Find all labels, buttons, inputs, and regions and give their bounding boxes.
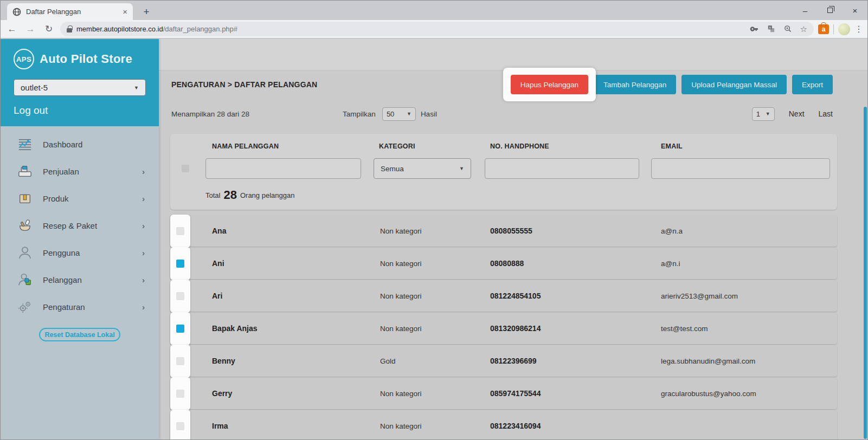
sidebar-item-dashboard[interactable]: Dashboard › [1, 131, 159, 158]
extension-icon[interactable]: a [818, 24, 829, 34]
tambah-pelanggan-button[interactable]: Tambah Pelanggan [594, 75, 676, 94]
back-icon[interactable]: ← [5, 24, 19, 35]
gears-icon [17, 299, 33, 314]
sidebar: APS Auto Pilot Store outlet-5 ▼ Log out … [1, 39, 159, 439]
action-buttons: Hapus Pelanggan Tambah Pelanggan Upload … [511, 75, 833, 94]
name-filter-input[interactable] [205, 158, 361, 179]
sidebar-item-pengguna[interactable]: Pengguna › [1, 239, 159, 266]
box-icon [17, 191, 33, 206]
sidebar-menu: Dashboard › Penjualan › Produk › Resep &… [1, 126, 159, 320]
minimize-button[interactable]: – [793, 1, 818, 20]
phone-filter-input[interactable] [485, 158, 639, 179]
user-icon [17, 245, 33, 260]
sidebar-header: APS Auto Pilot Store outlet-5 ▼ Log out [1, 39, 159, 126]
table-row[interactable]: Gerry Non kategori 085974175544 gracular… [170, 378, 837, 409]
restore-button[interactable] [818, 1, 843, 20]
customer-name: Gerry [212, 389, 232, 398]
zoom-icon[interactable] [783, 24, 793, 34]
row-checkbox[interactable] [176, 325, 184, 333]
customer-phone: 081223416094 [490, 422, 541, 430]
table-row[interactable]: Bapak Anjas Non kategori 081320986214 te… [170, 313, 837, 344]
customer-email: arieriv2513@gmail.com [661, 292, 738, 300]
outlet-select[interactable]: outlet-5 ▼ [14, 79, 146, 96]
cash-register-icon [17, 164, 33, 179]
new-tab-button[interactable]: + [139, 5, 153, 19]
customer-email: a@n.i [661, 260, 680, 268]
email-filter-input[interactable] [651, 158, 830, 179]
customer-phone: 081224854105 [490, 292, 541, 300]
row-checkbox-cell [170, 312, 190, 345]
customer-email: test@test.com [661, 325, 708, 333]
restore-icon [827, 8, 833, 13]
customer-name: Bapak Anjas [212, 324, 258, 333]
chevron-right-icon: › [142, 275, 145, 284]
password-key-icon[interactable] [750, 24, 759, 34]
browser-menu-icon[interactable]: ⋮ [854, 24, 863, 34]
upload-pelanggan-massal-button[interactable]: Upload Pelanggan Massal [681, 75, 787, 94]
chevron-right-icon: › [142, 194, 145, 203]
page-scrollbar[interactable] [864, 107, 867, 439]
page-size-select[interactable]: 50 ▼ [382, 107, 416, 121]
reload-icon[interactable]: ↻ [42, 23, 56, 35]
hapus-pelanggan-button[interactable]: Hapus Pelanggan [511, 75, 588, 94]
table-row[interactable]: Ari Non kategori 081224854105 arieriv251… [170, 280, 837, 312]
browser-titlebar: Daftar Pelanggan × + – × [1, 1, 867, 20]
total-count: 28 [223, 188, 236, 202]
customer-name: Irma [212, 422, 228, 430]
next-page-link[interactable]: Next [789, 109, 805, 118]
category-filter-select[interactable]: Semua ▼ [374, 158, 471, 179]
chevron-right-icon: › [142, 302, 145, 312]
mortar-pestle-icon [17, 218, 33, 233]
translate-icon[interactable]: A [767, 24, 776, 34]
sidebar-item-resep-paket[interactable]: Resep & Paket › [1, 212, 159, 239]
tab-close-icon[interactable]: × [123, 7, 127, 16]
sidebar-item-penjualan[interactable]: Penjualan › [1, 158, 159, 185]
outlet-select-value: outlet-5 [21, 83, 48, 92]
customer-phone: 0808055555 [490, 227, 532, 235]
row-checkbox[interactable] [176, 292, 184, 300]
sidebar-item-pelanggan[interactable]: Pelanggan › [1, 266, 159, 293]
customer-category: Non kategori [380, 292, 422, 300]
page-number-value: 1 [756, 110, 760, 118]
reset-database-button[interactable]: Reset Database Lokal [39, 328, 120, 341]
close-button[interactable]: × [843, 1, 867, 20]
table-row[interactable]: Irma Non kategori 081223416094 [170, 410, 837, 439]
toolbar-divider [833, 24, 834, 34]
hasil-label: Hasil [421, 110, 437, 118]
select-all-checkbox[interactable] [182, 165, 189, 172]
customer-name: Benny [212, 357, 235, 365]
chevron-right-icon: › [142, 248, 145, 257]
sidebar-item-produk[interactable]: Produk › [1, 185, 159, 212]
last-page-link[interactable]: Last [819, 109, 833, 118]
lock-icon [67, 25, 72, 33]
profile-avatar[interactable] [838, 23, 850, 35]
sidebar-item-pengaturan[interactable]: Pengaturan › [1, 293, 159, 320]
category-filter-value: Semua [381, 165, 404, 173]
aps-logo: APS [14, 49, 34, 69]
row-checkbox[interactable] [176, 227, 184, 235]
svg-text:A: A [769, 26, 771, 29]
customer-name: Ana [212, 227, 226, 235]
browser-tab[interactable]: Daftar Pelanggan × [7, 3, 133, 20]
customer-name: Ari [212, 292, 222, 300]
bookmark-star-icon[interactable]: ☆ [800, 24, 807, 34]
forward-icon[interactable]: → [23, 24, 37, 35]
url-text[interactable]: member.autopilotstore.co.id/daftar_pelan… [76, 25, 745, 33]
row-checkbox[interactable] [176, 357, 184, 365]
column-header-email: EMAIL [661, 143, 683, 150]
table-row[interactable]: Ana Non kategori 0808055555 a@n.a [170, 215, 837, 247]
row-checkbox[interactable] [176, 260, 184, 268]
chevron-right-icon: › [142, 167, 145, 176]
export-button[interactable]: Export [792, 75, 833, 94]
chevron-down-icon: ▼ [766, 111, 770, 117]
table-row[interactable]: Benny Gold 08122396699 lega.subhanudin@g… [170, 345, 837, 377]
total-prefix: Total [205, 191, 220, 199]
address-bar[interactable]: member.autopilotstore.co.id/daftar_pelan… [60, 22, 814, 36]
logout-link[interactable]: Log out [14, 105, 146, 117]
customer-phone: 085974175544 [490, 389, 541, 398]
table-row[interactable]: Ani Non kategori 08080888 a@n.i [170, 248, 837, 279]
row-checkbox-cell [170, 345, 190, 378]
page-number-select[interactable]: 1 ▼ [752, 107, 775, 121]
row-checkbox[interactable] [176, 422, 184, 430]
row-checkbox[interactable] [176, 390, 184, 398]
